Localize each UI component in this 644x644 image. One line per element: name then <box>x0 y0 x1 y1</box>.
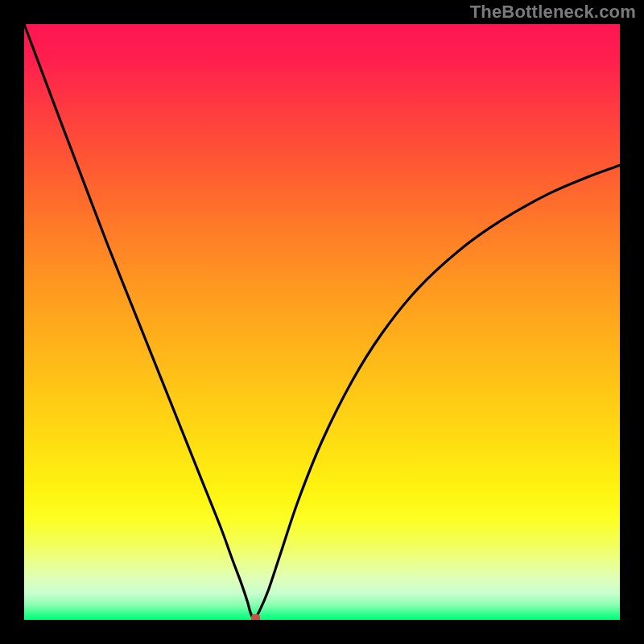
watermark-text: TheBottleneck.com <box>470 2 636 23</box>
bottleneck-curve <box>24 24 620 620</box>
optimal-point-marker <box>251 614 260 620</box>
chart-frame: TheBottleneck.com <box>0 0 644 644</box>
plot-area <box>24 24 620 620</box>
